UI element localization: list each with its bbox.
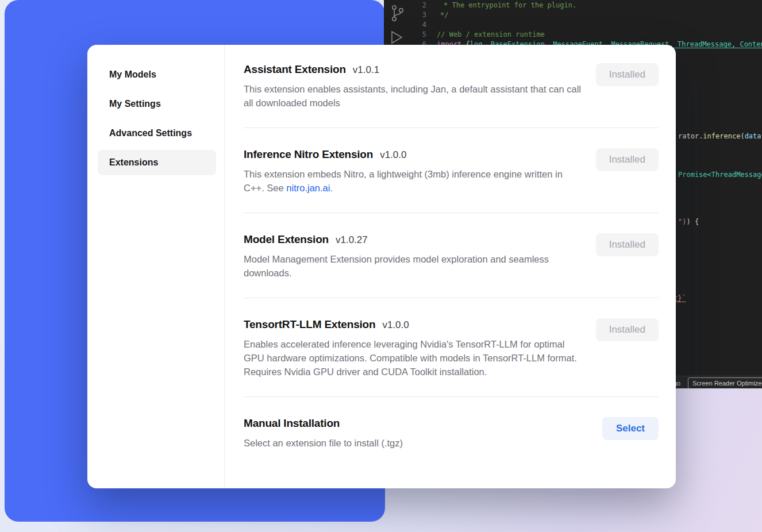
manual-installation-row: Manual Installation Select an extension …: [244, 397, 659, 450]
extension-version: v1.0.0: [382, 319, 409, 331]
code-fragment-brace: ")) {: [678, 217, 699, 227]
extension-title: TensortRT-LLM Extension: [244, 318, 375, 331]
extension-row-nitro: Inference Nitro Extension v1.0.0 This ex…: [244, 128, 659, 213]
sidebar-item-my-settings[interactable]: My Settings: [98, 91, 216, 117]
extension-row-tensorrt: TensortRT-LLM Extension v1.0.0 Enables a…: [244, 298, 659, 397]
installed-button[interactable]: Installed: [596, 233, 659, 256]
extension-description: This extension enables assistants, inclu…: [244, 82, 582, 110]
extension-description: Model Management Extension provides mode…: [244, 252, 582, 280]
manual-installation-title: Manual Installation: [244, 417, 340, 430]
extension-title: Assistant Extension: [244, 63, 346, 76]
installed-button[interactable]: Installed: [596, 63, 659, 86]
settings-modal: My Models My Settings Advanced Settings …: [87, 45, 676, 488]
line-number: 3: [407, 10, 426, 20]
code-fragment-inference: rator.inference(data));: [678, 132, 762, 141]
sidebar-item-extensions[interactable]: Extensions: [98, 150, 216, 175]
select-file-button[interactable]: Select: [602, 417, 659, 440]
extension-title: Model Extension: [244, 233, 329, 246]
line-number: 2: [407, 1, 426, 10]
code-comment-line: * The entrypoint for the plugin.: [444, 1, 576, 10]
installed-button[interactable]: Installed: [596, 318, 659, 341]
git-branch-icon[interactable]: [390, 5, 405, 25]
code-comment-runtime: // Web / extension runtime: [437, 30, 545, 40]
extension-version: v1.0.27: [336, 234, 368, 246]
extension-description: Enables accelerated inference leveraging…: [244, 337, 582, 379]
code-comment-end: */: [440, 10, 448, 20]
extension-title: Inference Nitro Extension: [244, 148, 373, 161]
settings-sidebar: My Models My Settings Advanced Settings …: [87, 45, 225, 488]
extension-version: v1.0.1: [353, 64, 379, 76]
sidebar-item-advanced-settings[interactable]: Advanced Settings: [98, 121, 216, 146]
code-fragment-promise: Promise<ThreadMessage>: [678, 170, 762, 180]
line-number: 4: [407, 20, 426, 30]
extension-row-assistant: Assistant Extension v1.0.1 This extensio…: [244, 63, 659, 128]
extension-version: v1.0.0: [380, 149, 406, 161]
manual-installation-description: Select an extension file to install (.tg…: [244, 436, 582, 450]
extension-row-model: Model Extension v1.0.27 Model Management…: [244, 213, 659, 298]
extension-description: This extension embeds Nitro, a lightweig…: [244, 167, 582, 195]
line-number: 5: [407, 30, 426, 40]
screen-reader-badge[interactable]: Screen Reader Optimized: [688, 377, 762, 388]
installed-button[interactable]: Installed: [596, 148, 659, 171]
sidebar-item-my-models[interactable]: My Models: [98, 62, 216, 87]
nitro-jan-ai-link[interactable]: nitro.jan.ai: [286, 183, 330, 193]
extensions-panel: Assistant Extension v1.0.1 This extensio…: [225, 45, 676, 488]
